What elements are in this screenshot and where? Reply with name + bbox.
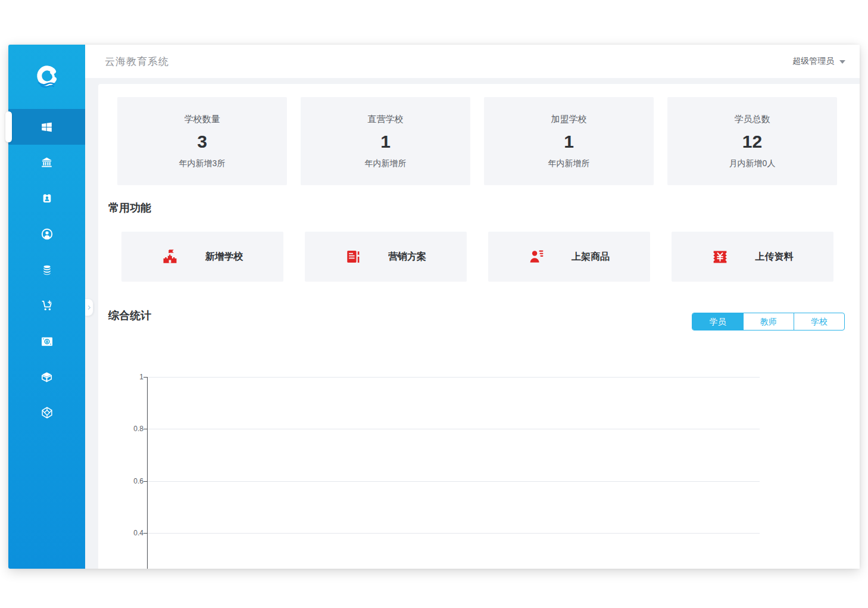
stat-label: 学员总数 [735, 114, 770, 125]
tab-schools[interactable]: 学校 [794, 313, 844, 330]
y-tick-label: 0.6 [116, 477, 143, 485]
y-axis-line [147, 377, 148, 569]
sidebar-item-user[interactable] [8, 216, 85, 252]
y-axis-tick [143, 481, 147, 482]
app-logo [8, 45, 85, 109]
y-tick-label: 1 [116, 373, 143, 381]
stat-card-student-total: 学员总数 12 月内新增0人 [667, 97, 837, 185]
y-axis-tick [143, 429, 147, 429]
gridline [147, 429, 760, 429]
user-role-label: 超级管理员 [792, 56, 834, 67]
stat-label: 加盟学校 [551, 114, 587, 125]
stat-subtext: 年内新增所 [548, 158, 590, 169]
sidebar-item-finance[interactable] [8, 323, 85, 359]
stat-value: 12 [742, 132, 762, 152]
stat-subtext: 年内新增所 [365, 158, 407, 169]
statistics-chart: 1 0.8 0.6 0.4 [98, 339, 860, 569]
stats-cards-row: 学校数量 3 年内新增3所 直营学校 1 年内新增所 加盟学校 1 年内新增所 [117, 97, 837, 185]
sidebar-collapse-toggle[interactable] [85, 298, 93, 316]
cart-plus-icon [41, 300, 53, 311]
page-title: 云海教育系统 [105, 55, 169, 68]
tab-students[interactable]: 学员 [692, 313, 743, 330]
app-window: 云海教育系统 超级管理员 学校数量 3 年内新增3所 直营学校 1 [8, 45, 860, 569]
quick-actions-row: 新增学校 营销方案 [121, 232, 833, 282]
user-circle-icon [41, 228, 53, 240]
sidebar-item-database[interactable] [8, 252, 85, 288]
stat-label: 直营学校 [368, 114, 404, 125]
bank-icon [41, 157, 52, 169]
sidebar-item-shop[interactable] [8, 288, 85, 323]
stat-value: 3 [197, 132, 207, 152]
publish-product-icon [529, 249, 544, 264]
y-axis-tick [143, 377, 147, 378]
cube-3d-icon [41, 407, 53, 419]
id-badge-icon [42, 193, 52, 204]
statistics-tab-group: 学员 教师 学校 [692, 313, 845, 330]
upload-material-icon [712, 250, 728, 264]
stat-label: 学校数量 [185, 114, 220, 125]
quick-action-label: 上架商品 [572, 251, 610, 263]
gridline [147, 481, 760, 482]
quick-action-label: 上传资料 [755, 251, 794, 263]
cloud-sea-logo-icon [34, 64, 60, 90]
gridline [147, 533, 760, 534]
stat-card-franchise-school: 加盟学校 1 年内新增所 [484, 97, 654, 185]
tab-teachers[interactable]: 教师 [743, 313, 794, 330]
sidebar-item-certificate[interactable] [8, 180, 85, 216]
stat-card-direct-school: 直营学校 1 年内新增所 [301, 97, 470, 185]
stat-subtext: 月内新增0人 [729, 158, 776, 169]
user-menu[interactable]: 超级管理员 [792, 56, 845, 67]
banknote-icon [41, 336, 53, 347]
section-heading-statistics: 综合统计 [108, 308, 151, 323]
quick-action-marketing-plan[interactable]: 营销方案 [305, 232, 467, 282]
y-tick-label: 0.4 [116, 529, 143, 537]
sidebar-item-resource[interactable] [8, 395, 85, 431]
main-panel: 学校数量 3 年内新增3所 直营学校 1 年内新增所 加盟学校 1 年内新增所 [98, 84, 860, 569]
quick-action-publish-product[interactable]: 上架商品 [488, 232, 650, 282]
gridline [147, 377, 760, 378]
stat-subtext: 年内新增3所 [179, 158, 226, 169]
chevron-right-icon [86, 305, 90, 309]
sidebar-item-school[interactable] [8, 145, 85, 180]
quick-action-upload-material[interactable]: 上传资料 [672, 232, 833, 282]
stat-value: 1 [564, 132, 574, 152]
y-tick-label: 0.8 [116, 425, 143, 433]
dashboard-icon [41, 121, 52, 133]
quick-action-label: 新增学校 [205, 251, 243, 263]
sidebar-item-dashboard[interactable] [8, 109, 85, 145]
content-area: 云海教育系统 超级管理员 学校数量 3 年内新增3所 直营学校 1 [85, 45, 860, 569]
screen: 云海教育系统 超级管理员 学校数量 3 年内新增3所 直营学校 1 [0, 0, 868, 608]
marketing-plan-icon [345, 249, 361, 264]
dropdown-caret-icon [839, 60, 845, 64]
quick-action-add-school[interactable]: 新增学校 [121, 232, 283, 282]
package-box-icon [41, 372, 52, 383]
stat-value: 1 [380, 132, 391, 152]
section-heading-quick-functions: 常用功能 [108, 201, 151, 215]
sidebar [8, 45, 85, 569]
database-icon [42, 264, 52, 276]
active-nav-indicator [5, 111, 12, 142]
quick-action-label: 营销方案 [388, 251, 426, 263]
sidebar-item-product[interactable] [8, 359, 85, 395]
school-add-icon [162, 249, 178, 265]
stat-card-school-count: 学校数量 3 年内新增3所 [117, 97, 287, 185]
y-axis-tick [143, 533, 147, 534]
top-header: 云海教育系统 超级管理员 [85, 45, 860, 78]
